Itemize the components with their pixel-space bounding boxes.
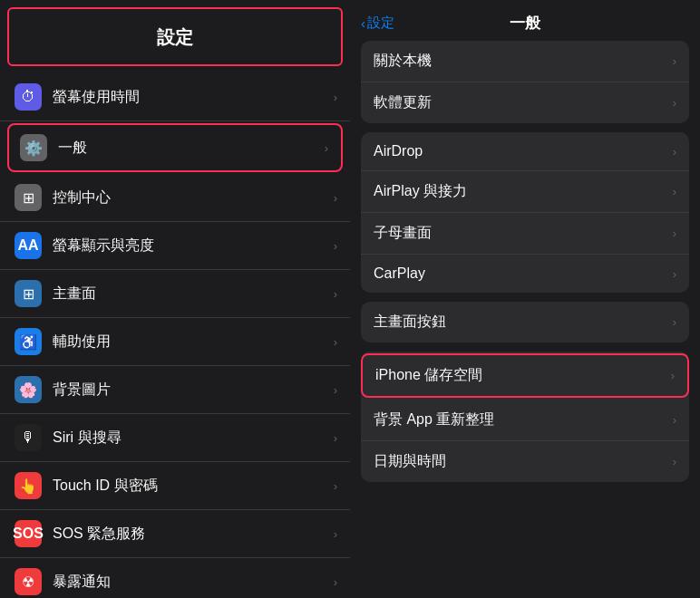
carplay-chevron-icon: ›	[673, 267, 676, 281]
wallpaper-icon: 🌸	[15, 376, 42, 403]
bgapp-chevron-icon: ›	[673, 413, 676, 427]
screentime-icon: ⏱	[15, 83, 42, 111]
general-label: 一般	[58, 139, 330, 158]
sidebar-item-siri[interactable]: 🎙 Siri 與搜尋 ›	[0, 414, 350, 462]
about-chevron-icon: ›	[673, 54, 676, 68]
airplay-chevron-icon: ›	[673, 185, 676, 198]
sidebar-item-control[interactable]: ⊞ 控制中心 ›	[0, 174, 350, 222]
accessibility-label: 輔助使用	[53, 333, 335, 352]
sidebar-item-home[interactable]: ⊞ 主畫面 ›	[0, 270, 350, 318]
sidebar-item-display[interactable]: AA 螢幕顯示與亮度 ›	[0, 222, 350, 270]
right-item-datetime[interactable]: 日期與時間 ›	[361, 441, 689, 482]
control-label: 控制中心	[53, 188, 335, 207]
airdrop-label: AirDrop	[374, 143, 673, 159]
right-item-airdrop[interactable]: AirDrop ›	[361, 132, 689, 171]
back-chevron-icon: ‹	[361, 15, 365, 31]
sos-chevron-icon: ›	[334, 527, 337, 541]
about-label: 關於本機	[374, 52, 673, 71]
touchid-icon: 👆	[15, 472, 42, 499]
right-group-group3: 主畫面按鈕 ›	[361, 302, 689, 342]
settings-header: 設定	[7, 7, 343, 66]
home-icon: ⊞	[15, 280, 42, 307]
siri-label: Siri 與搜尋	[53, 429, 335, 448]
right-group-group1: 關於本機 › 軟體更新 ›	[361, 41, 689, 123]
siri-icon: 🎙	[15, 424, 42, 451]
bgapp-label: 背景 App 重新整理	[374, 410, 673, 429]
display-chevron-icon: ›	[334, 239, 337, 253]
touchid-chevron-icon: ›	[334, 479, 337, 493]
sidebar-item-wallpaper[interactable]: 🌸 背景圖片 ›	[0, 366, 350, 414]
right-item-carplay[interactable]: CarPlay ›	[361, 255, 689, 293]
sidebar-item-screentime[interactable]: ⏱ 螢幕使用時間 ›	[0, 73, 350, 121]
storage-chevron-icon: ›	[671, 369, 675, 382]
accessibility-chevron-icon: ›	[334, 335, 337, 349]
carplay-label: CarPlay	[374, 265, 673, 282]
settings-list: ⏱ 螢幕使用時間 › ⚙️ 一般 › ⊞ 控制中心 › AA 螢幕顯示與亮度 ›…	[0, 66, 350, 598]
sos-label: SOS 緊急服務	[53, 525, 335, 544]
right-group-group2: AirDrop › AirPlay 與接力 › 子母畫面 › CarPlay ›	[361, 132, 689, 293]
right-item-storage[interactable]: iPhone 儲存空間 ›	[361, 353, 689, 398]
pictureinpicture-chevron-icon: ›	[673, 227, 676, 240]
storage-label: iPhone 儲存空間	[375, 366, 671, 385]
page-title: 一般	[510, 13, 540, 34]
pictureinpicture-label: 子母畫面	[374, 224, 673, 243]
sidebar-item-touchid[interactable]: 👆 Touch ID 與密碼 ›	[0, 462, 350, 510]
sos-icon: SOS	[15, 520, 42, 547]
datetime-label: 日期與時間	[374, 452, 673, 471]
exposure-label: 暴露通知	[53, 573, 335, 592]
sidebar-item-exposure[interactable]: ☢ 暴露通知 ›	[0, 558, 350, 598]
right-list: 關於本機 › 軟體更新 › AirDrop › AirPlay 與接力 › 子母…	[350, 41, 700, 598]
display-label: 螢幕顯示與亮度	[53, 236, 335, 256]
left-panel: 設定 ⏱ 螢幕使用時間 › ⚙️ 一般 › ⊞ 控制中心 › AA 螢幕顯示與亮…	[0, 0, 350, 598]
airdrop-chevron-icon: ›	[673, 145, 676, 159]
screentime-label: 螢幕使用時間	[53, 88, 335, 107]
control-icon: ⊞	[15, 184, 42, 211]
right-item-airplay[interactable]: AirPlay 與接力 ›	[361, 171, 689, 213]
exposure-icon: ☢	[15, 568, 42, 595]
homebutton-chevron-icon: ›	[673, 315, 676, 329]
right-header: ‹ 設定 一般	[350, 0, 700, 41]
general-icon: ⚙️	[20, 134, 47, 161]
back-label: 設定	[367, 14, 394, 32]
right-item-update[interactable]: 軟體更新 ›	[361, 82, 689, 123]
update-chevron-icon: ›	[673, 96, 676, 110]
back-button[interactable]: ‹ 設定	[361, 14, 394, 32]
home-chevron-icon: ›	[334, 287, 337, 301]
general-chevron-icon: ›	[325, 141, 328, 155]
home-label: 主畫面	[53, 285, 335, 304]
wallpaper-chevron-icon: ›	[334, 383, 337, 397]
right-item-bgapp[interactable]: 背景 App 重新整理 ›	[361, 400, 689, 441]
wallpaper-label: 背景圖片	[53, 381, 335, 400]
airplay-label: AirPlay 與接力	[374, 182, 673, 201]
right-item-about[interactable]: 關於本機 ›	[361, 41, 689, 82]
right-item-pictureinpicture[interactable]: 子母畫面 ›	[361, 213, 689, 255]
accessibility-icon: ♿	[15, 328, 42, 355]
update-label: 軟體更新	[374, 93, 673, 112]
touchid-label: Touch ID 與密碼	[53, 477, 335, 496]
sidebar-item-sos[interactable]: SOS SOS 緊急服務 ›	[0, 510, 350, 558]
datetime-chevron-icon: ›	[673, 455, 676, 468]
exposure-chevron-icon: ›	[334, 575, 337, 589]
display-icon: AA	[15, 232, 42, 259]
siri-chevron-icon: ›	[334, 431, 337, 445]
sidebar-item-general[interactable]: ⚙️ 一般 ›	[7, 123, 343, 172]
right-group-group4: iPhone 儲存空間 › 背景 App 重新整理 › 日期與時間 ›	[361, 352, 689, 482]
settings-title: 設定	[24, 25, 326, 55]
screentime-chevron-icon: ›	[334, 91, 337, 104]
right-panel: ‹ 設定 一般 關於本機 › 軟體更新 › AirDrop › AirPlay …	[350, 0, 700, 598]
control-chevron-icon: ›	[334, 191, 337, 205]
homebutton-label: 主畫面按鈕	[374, 313, 673, 332]
right-item-homebutton[interactable]: 主畫面按鈕 ›	[361, 302, 689, 342]
sidebar-item-accessibility[interactable]: ♿ 輔助使用 ›	[0, 318, 350, 366]
